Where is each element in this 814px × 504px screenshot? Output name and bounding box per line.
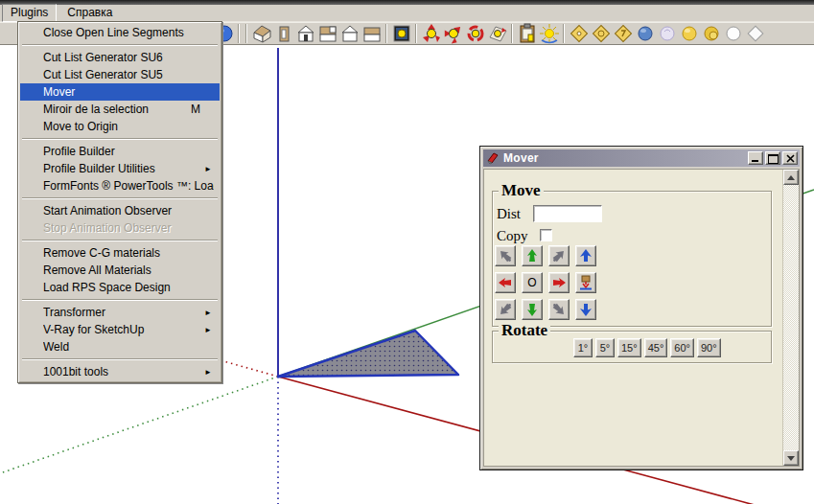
- section-view-icon[interactable]: [360, 23, 383, 44]
- rotate-1deg-button[interactable]: 1°: [573, 338, 593, 357]
- plugins-dropdown-menu: Close Open Line Segments Cut List Genera…: [17, 21, 222, 383]
- drop-to-ground-button[interactable]: [575, 272, 596, 293]
- menu-item-weld[interactable]: Weld: [20, 338, 220, 355]
- menu-item-formfonts-powertools-load[interactable]: FormFonts ® PowerTools ™: Load: [20, 177, 220, 195]
- white-circle-icon[interactable]: [722, 23, 744, 44]
- menu-item-load-rps-space-design[interactable]: Load RPS Space Design: [20, 279, 220, 296]
- move-down-left-button[interactable]: [495, 299, 516, 320]
- mover-dialog-titlebar[interactable]: Mover: [483, 149, 800, 167]
- arrow-down-blue-icon: [578, 302, 593, 317]
- menu-item-mover[interactable]: Mover: [20, 83, 220, 101]
- move-up-blue-button[interactable]: [575, 245, 596, 266]
- menu-item-label: Transformer: [43, 306, 204, 319]
- arrow-up-left-icon: [498, 248, 513, 263]
- menu-separator: [22, 358, 218, 360]
- move-up-left-button[interactable]: [495, 245, 516, 266]
- rotate-15deg-button[interactable]: 15°: [617, 338, 641, 357]
- menu-item-label: FormFonts ® PowerTools ™: Load: [43, 179, 214, 193]
- menu-item-close-open-line-segments[interactable]: Close Open Line Segments: [20, 24, 220, 41]
- white-diamond-icon[interactable]: [744, 23, 766, 44]
- scroll-up-button[interactable]: [783, 170, 799, 185]
- toolbar-separator: [238, 24, 240, 43]
- copy-checkbox[interactable]: [540, 229, 552, 241]
- menu-item-1001bit-tools[interactable]: 1001bit tools►: [20, 363, 220, 380]
- rotate-5deg-button[interactable]: 5°: [595, 338, 615, 357]
- menu-item-transformer[interactable]: Transformer►: [20, 304, 220, 321]
- move-down-green-button[interactable]: [522, 299, 543, 320]
- rotate-circular-icon[interactable]: [464, 23, 486, 44]
- move-group-legend: Move: [499, 181, 544, 200]
- yellow-sphere-2-icon[interactable]: [700, 23, 722, 44]
- scroll-up-icon: [787, 175, 795, 180]
- arrow-up-green-icon: [524, 248, 540, 263]
- menu-item-miroir-de-la-selection[interactable]: Miroir de la selectionM: [20, 101, 220, 118]
- menu-item-shortcut: M: [191, 103, 200, 116]
- pale-circle-icon[interactable]: [656, 23, 678, 44]
- sketchup-window: Plugins Справка: [0, 0, 814, 504]
- move-right-red-button[interactable]: [548, 272, 570, 293]
- menu-item-profile-builder[interactable]: Profile Builder: [20, 143, 220, 160]
- iso-view-icon[interactable]: [250, 23, 272, 44]
- left-view-icon[interactable]: [272, 23, 294, 44]
- tag-2-icon[interactable]: [590, 23, 612, 44]
- blue-sphere-icon[interactable]: [634, 23, 656, 44]
- menu-item-label: Start Animation Observer: [43, 204, 214, 218]
- menu-item-cut-list-generator-su5[interactable]: Cut List Generator SU5: [20, 66, 220, 83]
- menu-item-profile-builder-utilities[interactable]: Profile Builder Utilities►: [20, 160, 220, 177]
- menu-item-label: Miroir de la selection: [43, 103, 191, 116]
- menu-item-vray-for-sketchup[interactable]: V-Ray for SketchUp►: [20, 321, 220, 338]
- scroll-down-icon: [787, 456, 795, 461]
- dialog-scrollbar[interactable]: [782, 170, 799, 466]
- rotate-pinwheel-2-icon[interactable]: [442, 23, 464, 44]
- move-down-right-button[interactable]: [548, 299, 570, 320]
- yellow-sphere-1-icon[interactable]: [678, 23, 700, 44]
- menu-item-start-animation-observer[interactable]: Start Animation Observer: [20, 202, 220, 219]
- menu-item-label: Load RPS Space Design: [43, 281, 214, 294]
- arrow-up-right-icon: [551, 248, 567, 263]
- menu-item-move-to-origin[interactable]: Move to Origin: [20, 118, 220, 135]
- toolbar-separator: [511, 24, 513, 43]
- move-arrow-grid: O: [495, 245, 596, 320]
- menubar-help[interactable]: Справка: [58, 4, 121, 22]
- axis-green-dotted: [0, 377, 278, 473]
- shadows-sun-icon[interactable]: [538, 23, 560, 44]
- rotate-90deg-button[interactable]: 90°: [697, 338, 721, 357]
- menu-item-label: Remove All Materials: [43, 263, 214, 277]
- maximize-button[interactable]: [765, 151, 780, 165]
- tag-1-icon[interactable]: [568, 23, 590, 44]
- tag-3-icon[interactable]: [612, 23, 634, 44]
- move-down-blue-button[interactable]: [575, 299, 596, 320]
- back-view-icon[interactable]: [338, 23, 360, 44]
- move-up-green-button[interactable]: [522, 245, 543, 266]
- move-group: Move Dist Copy: [492, 191, 772, 327]
- copy-label: Copy: [497, 228, 528, 244]
- mover-dialog: Mover Move Dist Copy: [479, 146, 803, 470]
- move-up-right-button[interactable]: [548, 245, 570, 266]
- rotate-pinwheel-1-icon[interactable]: [420, 23, 442, 44]
- top-view-icon[interactable]: [316, 23, 338, 44]
- clipboard-icon[interactable]: [516, 23, 538, 44]
- submenu-arrow-icon: ►: [204, 368, 212, 377]
- selected-triangle-face[interactable]: [278, 331, 458, 377]
- menu-item-remove-all-materials[interactable]: Remove All Materials: [20, 262, 220, 279]
- menu-item-cut-list-generator-su6[interactable]: Cut List Generator SU6: [20, 49, 220, 66]
- move-left-red-button[interactable]: [495, 272, 516, 293]
- rotate-45deg-button[interactable]: 45°: [644, 338, 668, 357]
- toolbar-separator: [245, 24, 247, 43]
- rotate-60deg-button[interactable]: 60°: [670, 338, 694, 357]
- front-view-icon[interactable]: [294, 23, 316, 44]
- menu-separator: [22, 44, 218, 46]
- minimize-button[interactable]: [748, 151, 763, 165]
- origin-button[interactable]: O: [522, 272, 543, 293]
- dist-input[interactable]: [533, 205, 602, 222]
- close-button[interactable]: [782, 151, 798, 165]
- scroll-down-button[interactable]: [783, 450, 799, 466]
- dist-label: Dist: [497, 206, 521, 222]
- menu-item-label: Remove C-G materials: [43, 246, 214, 260]
- menu-item-remove-cg-materials[interactable]: Remove C-G materials: [20, 244, 220, 262]
- rotate-plane-icon[interactable]: [486, 23, 508, 44]
- arrow-right-red-icon: [551, 275, 567, 290]
- menubar-plugins[interactable]: Plugins: [2, 4, 57, 22]
- model-info-icon[interactable]: [390, 23, 412, 44]
- submenu-arrow-icon: ►: [204, 309, 212, 317]
